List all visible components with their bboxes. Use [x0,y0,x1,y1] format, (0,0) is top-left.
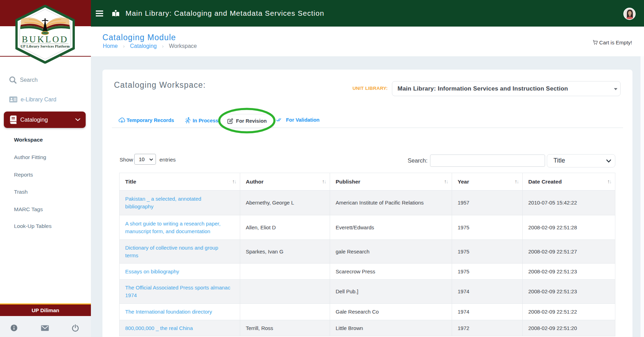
svg-text:UP Library Services Platform: UP Library Services Platform [21,44,70,48]
svg-text:BUKLOD: BUKLOD [22,34,69,44]
